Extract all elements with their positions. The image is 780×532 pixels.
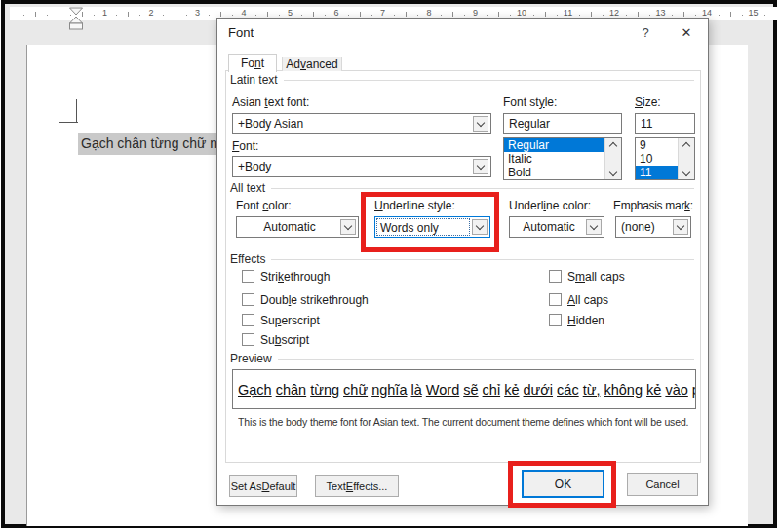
font-combobox[interactable]: +Body: [232, 156, 491, 177]
font-style-input[interactable]: Regular: [503, 113, 622, 134]
font-value: +Body: [238, 160, 271, 173]
ruler-number: 7: [377, 8, 389, 18]
list-item[interactable]: Regular: [504, 138, 604, 152]
text-effects-button[interactable]: Text Effects...: [315, 475, 399, 497]
size-input[interactable]: 11: [635, 113, 695, 134]
scroll-up-icon[interactable]: [605, 138, 621, 151]
font-color-label: Font color:: [236, 199, 292, 212]
ruler-number: 9: [470, 8, 482, 18]
double-strikethrough-label: Double strikethrough: [260, 293, 369, 307]
scrollbar[interactable]: [604, 138, 621, 179]
font-style-listbox: Regular Italic Bold: [503, 137, 622, 180]
tab-advanced[interactable]: Advanced: [282, 57, 342, 71]
ruler-tick: [360, 12, 361, 17]
scrollbar[interactable]: [678, 138, 694, 179]
ruler-number: 6: [331, 8, 342, 18]
screenshot-root: 123456789101112131415 Gạch chân từng chữ…: [0, 0, 780, 532]
chevron-down-icon[interactable]: [473, 116, 488, 132]
emphasis-mark-value: (none): [621, 220, 655, 234]
group-label: Latin text: [230, 73, 278, 87]
ruler-tick: [417, 15, 418, 16]
ruler-tick: [533, 15, 534, 16]
selected-document-text[interactable]: Gạch chân từng chữ nghĩ: [78, 133, 240, 155]
emphasis-mark-label: Emphasis mark:: [613, 199, 693, 212]
strikethrough-checkbox[interactable]: [242, 270, 254, 283]
ruler-tick: [301, 15, 302, 16]
ruler-number: 1: [99, 8, 111, 18]
set-as-default-button[interactable]: Set As Default: [229, 475, 297, 497]
ruler-tick: [279, 15, 280, 16]
hidden-checkbox[interactable]: [549, 314, 562, 326]
ruler-number: 10: [516, 8, 527, 18]
chevron-down-icon[interactable]: [673, 219, 688, 235]
scroll-down-icon[interactable]: [605, 167, 621, 179]
cancel-button[interactable]: Cancel: [627, 473, 698, 496]
chevron-down-icon[interactable]: [340, 219, 356, 235]
indent-marker-icon[interactable]: [68, 7, 84, 32]
ruler-tick: [232, 15, 233, 16]
emphasis-mark-combobox[interactable]: (none): [615, 216, 691, 238]
chevron-down-icon[interactable]: [586, 219, 602, 235]
close-icon[interactable]: ✕: [678, 24, 695, 42]
ruler-tick: [175, 12, 176, 17]
ruler-tick: [638, 12, 639, 17]
ruler-number: 15: [748, 8, 760, 18]
ruler-number: 8: [423, 8, 435, 18]
preview-text: Gạch chân từng chữ nghĩa là Word sẽ chỉ …: [233, 382, 696, 398]
small-caps-checkbox[interactable]: [549, 270, 562, 283]
ruler-tick: [371, 15, 372, 16]
ruler-tick: [545, 12, 546, 17]
ruler-tick: [441, 15, 442, 16]
ruler-number: 2: [145, 8, 157, 18]
small-caps-label: Small caps: [567, 270, 625, 284]
ruler-tick: [672, 15, 673, 16]
annotation-box-underline-style: [361, 192, 499, 252]
tab-font[interactable]: Font: [228, 54, 277, 72]
list-item[interactable]: Bold: [504, 166, 604, 179]
font-dialog: Font ? ✕ Font Advanced Latin text Asian …: [216, 18, 709, 506]
ruler-tick: [452, 12, 453, 17]
ruler-tick: [626, 15, 627, 16]
superscript-checkbox[interactable]: [242, 314, 254, 326]
ruler-number: 12: [608, 8, 620, 18]
ruler-tick: [267, 12, 268, 17]
underline-color-combobox[interactable]: Automatic: [509, 216, 604, 238]
ruler-tick: [23, 15, 24, 16]
all-caps-checkbox[interactable]: [549, 293, 562, 306]
list-item[interactable]: Italic: [504, 152, 604, 166]
ruler-tick: [487, 15, 488, 16]
ruler-tick: [406, 12, 407, 17]
list-item[interactable]: 10: [636, 152, 678, 166]
asian-text-font-combobox[interactable]: +Body Asian: [232, 113, 491, 134]
subscript-checkbox[interactable]: [242, 333, 254, 346]
ruler-tick: [603, 15, 604, 16]
ruler-tick: [58, 12, 59, 17]
ruler-tick: [464, 15, 465, 16]
ruler-number: 5: [285, 8, 296, 18]
ruler-number: 11: [563, 8, 574, 18]
ruler-tick: [313, 12, 314, 17]
ruler-tick: [683, 12, 684, 17]
list-item[interactable]: 9: [636, 138, 678, 152]
all-caps-label: All caps: [567, 293, 608, 307]
chevron-down-icon[interactable]: [473, 159, 488, 174]
superscript-label: Superscript: [260, 314, 320, 327]
list-item[interactable]: 11: [636, 166, 678, 179]
scroll-up-icon[interactable]: [679, 138, 694, 151]
help-icon[interactable]: ?: [637, 24, 654, 42]
ruler-tick: [209, 15, 210, 16]
ruler-tick: [695, 15, 696, 16]
font-color-combobox[interactable]: Automatic: [236, 216, 359, 238]
ruler-tick: [116, 15, 117, 16]
ruler-tick: [47, 15, 48, 16]
font-color-value: Automatic: [263, 220, 315, 234]
ruler-number: 3: [192, 8, 204, 18]
text-cursor: [76, 99, 77, 123]
font-label: Font:: [232, 139, 258, 153]
preview-box: Gạch chân từng chữ nghĩa là Word sẽ chỉ …: [232, 369, 696, 409]
word-app-background: 123456789101112131415 Gạch chân từng chữ…: [1, 0, 777, 528]
scroll-down-icon[interactable]: [679, 167, 694, 179]
ruler-tick: [94, 15, 95, 16]
ruler-tick: [325, 15, 326, 16]
double-strikethrough-checkbox[interactable]: [242, 293, 254, 306]
